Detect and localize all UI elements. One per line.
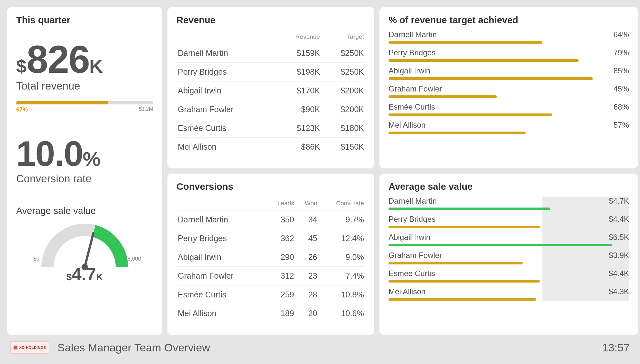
cell: 34 [295, 210, 319, 229]
col-header [176, 197, 266, 210]
col-header: Won [295, 197, 319, 210]
cell: Perry Bridges [176, 63, 275, 81]
target-bar-row: Abigail Irwin85% [389, 66, 629, 80]
cell: Mei Allison [176, 304, 266, 323]
conversion-rate-number: 10.0 [16, 136, 83, 171]
cell: Darnell Martin [176, 210, 266, 229]
cell: 9.7% [319, 210, 365, 229]
table-row: Darnell Martin350349.7% [176, 210, 365, 229]
cell: $159K [275, 44, 321, 63]
bar-name: Esmée Curtis [389, 102, 435, 112]
revenue-progress: 67% $1.2M [16, 101, 153, 113]
target-title: % of revenue target achieved [389, 15, 629, 26]
cell: 350 [266, 210, 295, 229]
clock: 13:57 [602, 341, 630, 354]
bar-name: Graham Fowler [389, 251, 442, 260]
revenue-card: Revenue RevenueTarget Darnell Martin$159… [167, 7, 374, 168]
bar-fill [389, 226, 540, 228]
cell: $150K [321, 138, 365, 156]
bar-value: $4.7K [609, 197, 629, 206]
bar-name: Perry Bridges [389, 48, 435, 57]
table-row: Perry Bridges$198K$250K [176, 63, 365, 81]
bar-value: 57% [613, 121, 629, 130]
table-row: Graham Fowler$90K$200K [176, 100, 365, 119]
bar-name: Darnell Martin [389, 30, 437, 39]
company-logo: XO HOLDINGS [10, 341, 49, 354]
cell: $250K [321, 63, 365, 81]
bar-track [389, 132, 629, 134]
target-bar-row: Graham Fowler45% [389, 84, 629, 98]
svg-line-0 [85, 233, 93, 267]
conversions-table: LeadsWonConv. rate Darnell Martin350349.… [176, 197, 365, 323]
revenue-progress-pct: 67% [16, 106, 28, 113]
col-header: Conv. rate [319, 197, 365, 210]
target-bar-row: Mei Allison57% [389, 121, 629, 134]
conversion-rate-suffix: % [83, 147, 101, 170]
col-header: Revenue [275, 30, 321, 44]
avg-sale-title: Average sale value [389, 181, 629, 192]
avg-bar-row: Perry Bridges$4.4K [389, 215, 629, 228]
table-row: Esmée Curtis$123K$180K [176, 119, 365, 138]
cell: $200K [321, 81, 365, 100]
bar-fill [389, 132, 526, 134]
conversions-title: Conversions [176, 181, 365, 192]
avg-bar-row: Mei Allison$4.3K [389, 287, 629, 301]
bar-track [389, 77, 629, 80]
table-row: Mei Allison1892010.6% [176, 304, 365, 323]
revenue-progress-fill [16, 101, 108, 104]
bar-name: Mei Allison [389, 287, 426, 296]
bar-name: Mei Allison [389, 121, 426, 130]
target-card: % of revenue target achieved Darnell Mar… [379, 7, 638, 168]
avg-bar-row: Esmée Curtis$4.4K [389, 269, 629, 283]
footer: XO HOLDINGS Sales Manager Team Overview … [7, 338, 633, 357]
bar-name: Darnell Martin [389, 197, 437, 206]
cell: 259 [266, 285, 295, 304]
target-bar-row: Perry Bridges79% [389, 48, 629, 62]
revenue-table: RevenueTarget Darnell Martin$159K$250KPe… [176, 30, 365, 156]
bar-fill [389, 77, 593, 80]
table-row: Abigail Irwin$170K$200K [176, 81, 365, 100]
bar-track [389, 208, 629, 210]
revenue-progress-max: $1.2M [139, 106, 153, 113]
table-row: Mei Allison$86K$150K [176, 138, 365, 156]
target-bar-row: Esmée Curtis68% [389, 102, 629, 116]
bar-value: $3.9K [609, 251, 629, 260]
cell: $198K [275, 63, 321, 81]
cell: 10.8% [319, 285, 365, 304]
logo-square-icon [14, 346, 17, 349]
col-header: Target [321, 30, 365, 44]
gauge-value: $ 4.7 K [38, 264, 132, 284]
bar-fill [389, 208, 550, 210]
revenue-title: Revenue [176, 15, 365, 26]
conversion-rate-label: Conversion rate [16, 173, 153, 185]
avg-sale-gauge: $0 $8,000 $ 4.7 K [38, 220, 132, 272]
bar-name: Abigail Irwin [389, 66, 430, 75]
cell: Abigail Irwin [176, 248, 266, 267]
total-revenue-value: $ 826 K [16, 40, 153, 79]
bar-value: 45% [613, 84, 629, 93]
conversions-card: Conversions LeadsWonConv. rate Darnell M… [167, 174, 374, 335]
bar-track [389, 298, 629, 301]
cell: Esmée Curtis [176, 285, 266, 304]
revenue-progress-track [16, 101, 153, 104]
cell: $180K [321, 119, 365, 138]
bar-track [389, 280, 629, 283]
table-row: Darnell Martin$159K$250K [176, 44, 365, 63]
bar-fill [389, 95, 497, 98]
cell: Abigail Irwin [176, 81, 275, 100]
bar-fill [389, 244, 612, 246]
table-row: Abigail Irwin290269.0% [176, 248, 365, 267]
bar-value: $6.5K [609, 233, 629, 242]
cell: $170K [275, 81, 321, 100]
cell: Graham Fowler [176, 100, 275, 119]
cell: 45 [295, 229, 319, 248]
bar-name: Perry Bridges [389, 215, 435, 224]
avg-bar-row: Darnell Martin$4.7K [389, 197, 629, 210]
bar-value: 64% [613, 30, 629, 39]
cell: 9.0% [319, 248, 365, 267]
cell: Esmée Curtis [176, 119, 275, 138]
avg-bar-row: Graham Fowler$3.9K [389, 251, 629, 264]
bar-name: Esmée Curtis [389, 269, 435, 278]
col-header [176, 30, 275, 44]
cell: 362 [266, 229, 295, 248]
